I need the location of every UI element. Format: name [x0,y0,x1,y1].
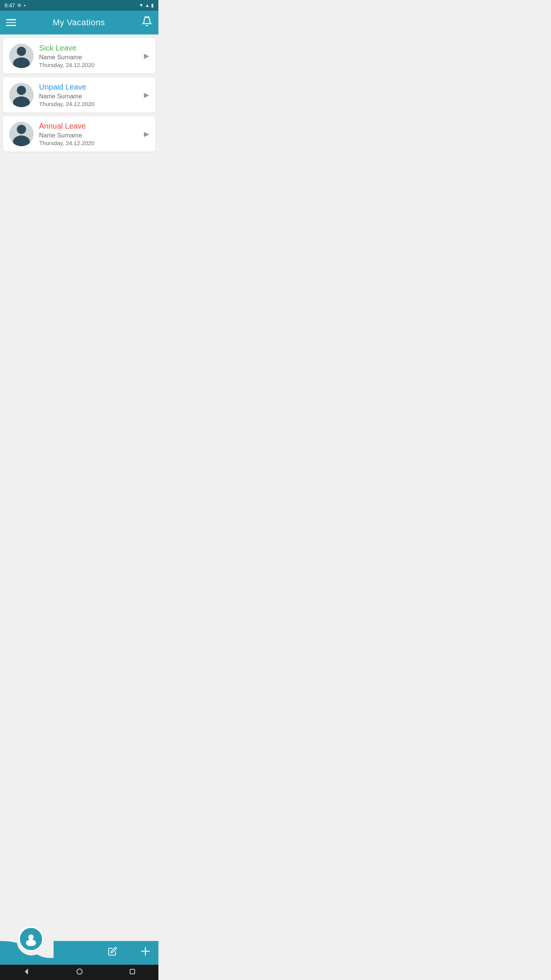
battery-icon: ▮ [151,3,154,8]
svg-point-6 [13,96,30,107]
person-silhouette-icon [9,83,34,107]
card-info: Unpaid Leave Name Surname Thursday, 24.1… [39,83,141,107]
status-bar: 8:47 ⚙ ▪ ▼ ▲ ▮ [0,0,158,11]
avatar [9,44,34,68]
app-bar: My Vacations [0,11,158,34]
sdcard-icon: ▪ [24,3,25,8]
leave-person-name: Name Surname [39,54,141,61]
leave-person-name: Name Surname [39,93,141,100]
svg-point-4 [13,57,30,68]
main-content: Sick Leave Name Surname Thursday, 24.12.… [0,34,158,295]
hamburger-line [6,22,16,23]
leave-type-label: Annual Leave [39,122,141,131]
avatar-container [9,83,34,107]
svg-point-8 [13,136,30,146]
leave-person-name: Name Surname [39,132,141,139]
avatar-container [9,122,34,146]
avatar [9,83,34,107]
person-silhouette-icon [9,122,34,146]
svg-point-3 [17,47,26,56]
card-info: Annual Leave Name Surname Thursday, 24.1… [39,122,141,146]
svg-line-1 [145,16,145,17]
hamburger-line [6,19,16,20]
chevron-right-icon: ▶ [144,52,149,60]
leave-date: Thursday, 24.12.2020 [39,101,141,107]
hamburger-menu-button[interactable] [6,19,16,26]
leave-type-label: Sick Leave [39,44,141,52]
card-info: Sick Leave Name Surname Thursday, 24.12.… [39,44,141,68]
annual-leave-card[interactable]: Annual Leave Name Surname Thursday, 24.1… [3,116,155,152]
leave-date: Thursday, 24.12.2020 [39,62,141,68]
leave-type-label: Unpaid Leave [39,83,141,91]
wifi-icon: ▼ [139,3,143,8]
svg-line-2 [148,16,149,17]
chevron-right-icon: ▶ [144,130,149,138]
svg-point-7 [17,125,26,134]
signal-icon: ▲ [145,3,150,8]
unpaid-leave-card[interactable]: Unpaid Leave Name Surname Thursday, 24.1… [3,77,155,113]
settings-icon: ⚙ [17,3,21,8]
person-silhouette-icon [9,44,34,68]
svg-point-5 [17,86,26,95]
avatar [9,122,34,146]
leave-date: Thursday, 24.12.2020 [39,140,141,146]
sick-leave-card[interactable]: Sick Leave Name Surname Thursday, 24.12.… [3,38,155,74]
hamburger-line [6,25,16,26]
notification-bell-button[interactable] [142,16,152,29]
app-title: My Vacations [53,18,105,28]
status-time: 8:47 [5,2,15,8]
avatar-container [9,44,34,68]
chevron-right-icon: ▶ [144,91,149,99]
